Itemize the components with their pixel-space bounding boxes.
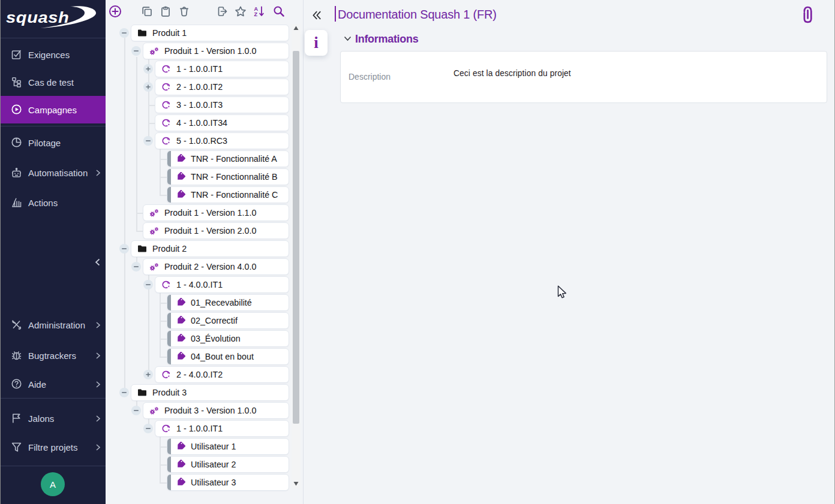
svg-text:Z: Z [254,11,258,17]
svg-text:squash: squash [6,8,69,26]
